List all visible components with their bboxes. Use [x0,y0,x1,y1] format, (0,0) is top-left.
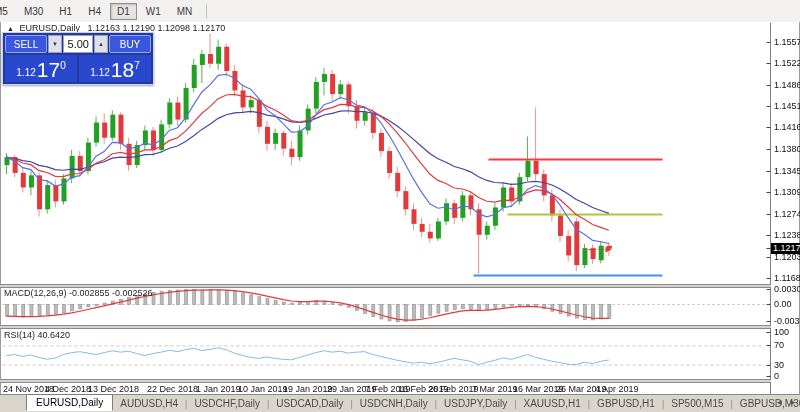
chart-tab-usdcad-daily[interactable]: USDCAD,Daily [269,397,350,410]
date-axis-label: 19 Jan 2019 [283,384,333,394]
price-axis-label: 1.13800 [774,144,800,154]
current-price-label: 1.12170 [771,243,800,254]
rsi-axis-label: 70 [774,340,784,350]
tab-scroll-right-icon[interactable]: ► [789,398,797,407]
chart-tab-eurusd-daily[interactable]: EURUSD,Daily [26,394,113,411]
price-axis-label: 1.12380 [774,230,800,240]
price-axis-label: 1.15570 [774,37,800,47]
macd-indicator-label: MACD(12,26,9) -0.002855 -0.002526 [4,288,153,298]
buy-price-big-digits: 18 [111,60,134,80]
macd-axis-label: 0.003095 [774,284,800,294]
date-axis-separator [0,379,771,383]
chart-tab-gbpusd-h1[interactable]: GBPUSD,H1 [590,397,662,410]
buy-price-display[interactable]: 1.12 18 7 [79,55,151,82]
chart-tab-bar: EURUSD,DailyAUDUSD,H4|USDCHF,Daily|USDCA… [0,394,800,412]
rsi-axis-label: 0 [774,371,779,381]
date-axis-label: 13 Dec 2018 [88,384,139,394]
date-axis-label: 7 Mar 2019 [472,384,518,394]
buy-button[interactable]: BUY [109,35,151,53]
date-axis-label: 4 Dec 2018 [45,384,91,394]
chart-tab-sp500-m15[interactable]: SP500,M15 [664,397,730,410]
price-axis-label: 1.11680 [774,273,800,283]
price-axis-label: 1.14510 [774,101,800,111]
trading-platform-window: M5M30H1H4D1W1MN ▲ EURUSD,Daily 1.12163 1… [0,0,800,412]
price-axis-label: 1.14160 [774,122,800,132]
price-axis-label: 1.13090 [774,187,800,197]
one-click-trade-panel: SELL ▼ 5.00 ▲ BUY 1.12 17 0 1.12 18 7 [2,32,154,85]
price-axis-label: 1.12740 [774,209,800,219]
date-axis-label: 10 Jan 2019 [238,384,288,394]
collapse-triangle-icon[interactable]: ▲ [7,25,14,32]
chart-tab-xauusd-h1[interactable]: XAUUSD,H1 [517,397,588,410]
sell-price-big-digits: 17 [37,60,60,80]
sell-price-pip-digit: 0 [60,61,66,71]
price-axis-label: 1.15220 [774,58,800,68]
date-axis-label: 26 Feb 2019 [428,384,479,394]
volume-increase-button[interactable]: ▲ [94,35,108,53]
tab-scroll-controls: ◄ ► [775,398,797,407]
chart-tab-usdchf-daily[interactable]: USDCHF,Daily [187,397,267,410]
buy-price-pip-digit: 7 [134,61,140,71]
macd-axis-label: -0.003947 [774,316,800,326]
buy-price-prefix: 1.12 [90,66,109,80]
sell-price-display[interactable]: 1.12 17 0 [5,55,77,82]
tab-scroll-left-icon[interactable]: ◄ [775,398,783,407]
chart-tab-usdcnh-daily[interactable]: USDCNH,Daily [353,397,435,410]
price-axis-label: 1.13450 [774,166,800,176]
rsi-axis-label: 30 [774,360,784,370]
volume-decrease-button[interactable]: ▼ [48,35,62,53]
date-axis-label: 22 Dec 2018 [147,384,198,394]
sell-price-prefix: 1.12 [16,66,35,80]
macd-axis-label: 0.00 [774,299,792,309]
sell-button[interactable]: SELL [5,35,47,53]
chart-tab-audusd-h4[interactable]: AUDUSD,H4 [113,397,185,410]
volume-field[interactable]: 5.00 [63,35,93,53]
chart-tab-usdjpy-daily[interactable]: USDJPY,Daily [437,397,514,410]
price-axis-label: 1.14860 [774,80,800,90]
date-axis-label: 4 Apr 2019 [595,384,639,394]
rsi-panel-separator[interactable] [0,325,771,329]
date-axis-label: 1 Jan 2019 [196,384,241,394]
rsi-axis-label: 100 [774,327,789,337]
rsi-indicator-label: RSI(14) 40.6420 [4,330,70,340]
